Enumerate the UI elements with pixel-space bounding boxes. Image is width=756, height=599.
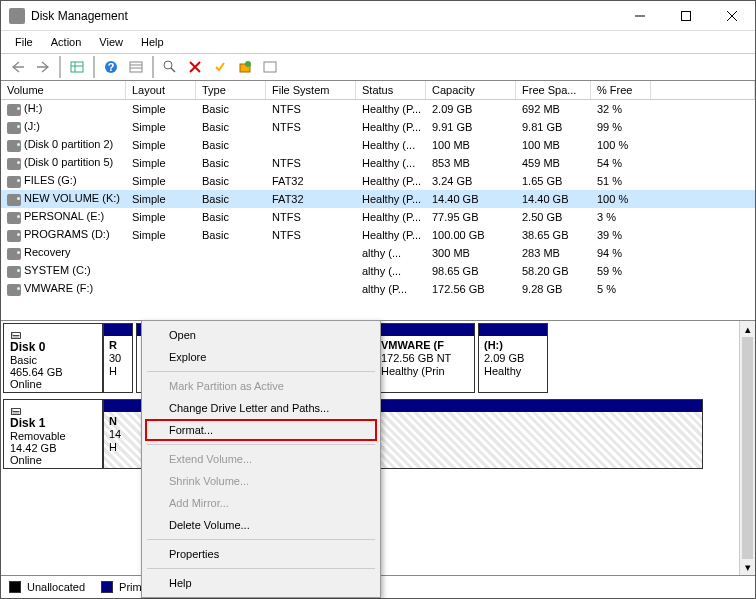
legend-label: Unallocated	[27, 581, 85, 593]
partition-status: Healthy	[484, 365, 542, 378]
disk-size: 14.42 GB	[10, 442, 96, 454]
menu-item-help[interactable]: Help	[145, 572, 377, 594]
col-volume[interactable]: Volume	[1, 81, 126, 99]
content-area: Volume Layout Type File System Status Ca…	[1, 81, 755, 598]
col-freespace[interactable]: Free Spa...	[516, 81, 591, 99]
menu-item-shrink-volume: Shrink Volume...	[145, 470, 377, 492]
table-row[interactable]: (Disk 0 partition 2)SimpleBasicHealthy (…	[1, 136, 755, 154]
volume-table: Volume Layout Type File System Status Ca…	[1, 81, 755, 321]
forward-button[interactable]	[32, 56, 54, 78]
table-header: Volume Layout Type File System Status Ca…	[1, 81, 755, 100]
partition-name: VMWARE (F	[381, 339, 469, 352]
disk-state: Online	[10, 378, 96, 390]
partition[interactable]: R30H	[103, 323, 133, 393]
drive-icon	[7, 248, 21, 260]
table-row[interactable]: NEW VOLUME (K:)SimpleBasicFAT32Healthy (…	[1, 190, 755, 208]
partition-bar	[104, 324, 132, 336]
col-status[interactable]: Status	[356, 81, 426, 99]
help-icon[interactable]: ?	[100, 56, 122, 78]
svg-line-13	[171, 68, 175, 72]
table-row[interactable]: (H:)SimpleBasicNTFSHealthy (P...2.09 GB6…	[1, 100, 755, 118]
table-row[interactable]: (Disk 0 partition 5)SimpleBasicNTFSHealt…	[1, 154, 755, 172]
col-pctfree[interactable]: % Free	[591, 81, 651, 99]
menu-view[interactable]: View	[91, 34, 131, 50]
partition-name: R	[109, 339, 127, 352]
menu-item-format[interactable]: Format...	[145, 419, 377, 441]
disk-info[interactable]: 🖴Disk 0Basic465.64 GBOnline	[3, 323, 103, 393]
menu-separator	[147, 444, 375, 445]
col-capacity[interactable]: Capacity	[426, 81, 516, 99]
minimize-button[interactable]	[617, 1, 663, 31]
table-row[interactable]: PROGRAMS (D:)SimpleBasicNTFSHealthy (P..…	[1, 226, 755, 244]
titlebar: Disk Management	[1, 1, 755, 31]
partition-size: 30	[109, 352, 127, 365]
partition-size: 2.09 GB	[484, 352, 542, 365]
toolbar-check-icon[interactable]	[209, 56, 231, 78]
svg-rect-18	[264, 62, 276, 72]
drive-icon	[7, 212, 21, 224]
drive-icon	[7, 176, 21, 188]
partition[interactable]: (H:)2.09 GBHealthy	[478, 323, 548, 393]
svg-text:?: ?	[108, 61, 115, 73]
menu-item-change-drive-letter-and-paths[interactable]: Change Drive Letter and Paths...	[145, 397, 377, 419]
disk-name: Disk 1	[10, 416, 96, 430]
menu-item-open[interactable]: Open	[145, 324, 377, 346]
table-row[interactable]: VMWARE (F:)althy (P...172.56 GB9.28 GB5 …	[1, 280, 755, 298]
disk-kind: Removable	[10, 430, 96, 442]
menubar: File Action View Help	[1, 31, 755, 53]
drive-icon	[7, 284, 21, 296]
close-button[interactable]	[709, 1, 755, 31]
col-type[interactable]: Type	[196, 81, 266, 99]
menu-separator	[147, 568, 375, 569]
scroll-thumb[interactable]	[742, 337, 753, 559]
scroll-up-arrow[interactable]: ▴	[740, 321, 755, 337]
table-row[interactable]: Recoveryalthy (...300 MB283 MB94 %	[1, 244, 755, 262]
svg-rect-1	[682, 11, 691, 20]
scroll-down-arrow[interactable]: ▾	[740, 559, 755, 575]
partition-bar	[479, 324, 547, 336]
toolbar-delete-icon[interactable]	[184, 56, 206, 78]
menu-item-delete-volume[interactable]: Delete Volume...	[145, 514, 377, 536]
menu-action[interactable]: Action	[43, 34, 90, 50]
window-title: Disk Management	[31, 9, 617, 23]
partition-size: 172.56 GB NT	[381, 352, 469, 365]
table-row[interactable]: PERSONAL (E:)SimpleBasicNTFSHealthy (P..…	[1, 208, 755, 226]
drive-icon	[7, 158, 21, 170]
partition-bar	[376, 324, 474, 336]
menu-file[interactable]: File	[7, 34, 41, 50]
toolbar-grid-icon[interactable]	[66, 56, 88, 78]
drive-icon	[7, 104, 21, 116]
table-row[interactable]: FILES (G:)SimpleBasicFAT32Healthy (P...3…	[1, 172, 755, 190]
partition[interactable]: VMWARE (F172.56 GB NTHealthy (Prin	[375, 323, 475, 393]
swatch-primary	[101, 581, 113, 593]
menu-item-explore[interactable]: Explore	[145, 346, 377, 368]
col-layout[interactable]: Layout	[126, 81, 196, 99]
vertical-scrollbar[interactable]: ▴ ▾	[739, 321, 755, 575]
back-button[interactable]	[7, 56, 29, 78]
app-icon	[9, 8, 25, 24]
col-filesystem[interactable]: File System	[266, 81, 356, 99]
drive-icon	[7, 122, 21, 134]
separator	[152, 56, 154, 78]
toolbar-list-icon[interactable]	[125, 56, 147, 78]
menu-separator	[147, 539, 375, 540]
disk-info[interactable]: 🖴Disk 1Removable14.42 GBOnline	[3, 399, 103, 469]
table-row[interactable]: (J:)SimpleBasicNTFSHealthy (P...9.91 GB9…	[1, 118, 755, 136]
partition-name: (H:)	[484, 339, 542, 352]
swatch-unallocated	[9, 581, 21, 593]
menu-item-add-mirror: Add Mirror...	[145, 492, 377, 514]
menu-help[interactable]: Help	[133, 34, 172, 50]
toolbar-props-icon[interactable]	[259, 56, 281, 78]
disk-name: Disk 0	[10, 340, 96, 354]
menu-item-properties[interactable]: Properties	[145, 543, 377, 565]
drive-icon	[7, 194, 21, 206]
drive-icon	[7, 140, 21, 152]
table-row[interactable]: SYSTEM (C:)althy (...98.65 GB58.20 GB59 …	[1, 262, 755, 280]
menu-item-extend-volume: Extend Volume...	[145, 448, 377, 470]
disk-icon: 🖴	[10, 328, 96, 340]
toolbar-find-icon[interactable]	[159, 56, 181, 78]
context-menu: OpenExploreMark Partition as ActiveChang…	[141, 320, 381, 598]
maximize-button[interactable]	[663, 1, 709, 31]
disk-state: Online	[10, 454, 96, 466]
toolbar-new-icon[interactable]	[234, 56, 256, 78]
